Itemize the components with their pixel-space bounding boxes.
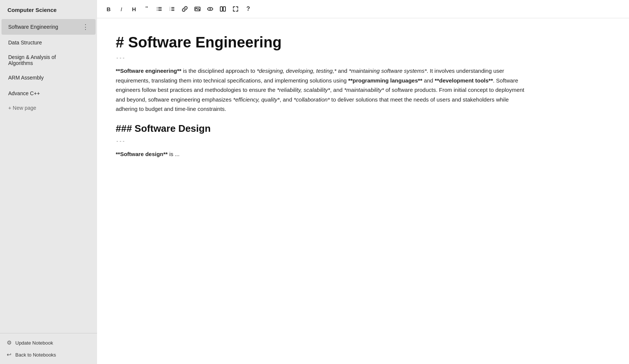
bold-software-engineering: **Software engineering** — [116, 68, 181, 74]
update-notebook-label: Update Notebook — [15, 340, 53, 346]
sidebar-item-label-software-engineering: Software Engineering — [8, 24, 81, 30]
help-button[interactable]: ? — [243, 4, 254, 14]
svg-point-5 — [157, 10, 158, 11]
sidebar-nav: Software Engineering⋮Data Structure⋮Desi… — [0, 19, 97, 333]
sidebar: Computer Science Software Engineering⋮Da… — [0, 0, 97, 364]
section-paragraph: **Software design** is ... — [116, 149, 610, 159]
svg-point-3 — [157, 7, 158, 8]
image-icon — [194, 6, 200, 12]
unordered-list-button[interactable] — [154, 4, 165, 14]
section-heading: ### Software Design — [116, 123, 610, 134]
sidebar-footer: ⚙ Update Notebook ↩ Back to Notebooks — [0, 333, 97, 364]
columns-button[interactable] — [217, 4, 228, 14]
link-icon — [182, 6, 188, 12]
sidebar-item-software-engineering[interactable]: Software Engineering⋮ — [1, 19, 96, 35]
title-hr: --- — [116, 55, 610, 61]
section-heading-text: ### Software Design — [116, 123, 211, 134]
back-to-notebooks-label: Back to Notebooks — [15, 352, 56, 358]
bold-software-design: **Software design** — [116, 151, 168, 157]
fullscreen-icon — [233, 6, 239, 12]
sidebar-item-arm-assembly[interactable]: ARM Assembly⋮ — [1, 70, 96, 85]
svg-rect-16 — [220, 7, 222, 11]
sidebar-item-data-structure[interactable]: Data Structure⋮ — [1, 35, 96, 50]
back-to-notebooks-button[interactable]: ↩ Back to Notebooks — [6, 350, 91, 360]
new-page-button[interactable]: + New page — [1, 101, 96, 115]
update-notebook-button[interactable]: ⚙ Update Notebook — [6, 338, 91, 348]
ordered-list-button[interactable]: 1.2.3. — [166, 4, 178, 14]
italic-maintaining: *maintaining software systems* — [349, 68, 427, 74]
page-title-text: # Software Engineering — [116, 34, 282, 50]
back-icon: ↩ — [7, 351, 12, 358]
main-area: B I H " 1.2.3. ? # Software Engineering — [97, 0, 629, 364]
svg-point-13 — [196, 8, 197, 9]
eye-icon — [207, 6, 213, 12]
sidebar-item-advance-cpp[interactable]: Advance C++⋮ — [1, 85, 96, 101]
sidebar-item-menu-software-engineering[interactable]: ⋮ — [81, 23, 90, 31]
sidebar-title: Computer Science — [0, 0, 97, 19]
sidebar-item-label-data-structure: Data Structure — [8, 40, 81, 46]
bold-development-tools: **development tools** — [435, 77, 493, 84]
unordered-list-icon — [156, 6, 162, 12]
sidebar-item-label-design-analysis: Design & Analysis of Algorithms — [8, 54, 81, 66]
italic-button[interactable]: I — [116, 4, 127, 14]
heading-button[interactable]: H — [128, 4, 140, 14]
image-button[interactable] — [192, 4, 203, 14]
italic-reliability: *reliability, scalability* — [277, 87, 330, 93]
gear-icon: ⚙ — [7, 339, 12, 346]
italic-collaboration: *collaboration* — [294, 96, 330, 103]
svg-point-4 — [157, 9, 158, 9]
main-paragraph: **Software engineering** is the discipli… — [116, 66, 526, 114]
bold-programming-languages: **programming languages** — [348, 77, 422, 84]
italic-efficiency: *efficiency, quality* — [233, 96, 280, 103]
italic-designing: *designing, developing, testing,* — [257, 68, 337, 74]
svg-rect-17 — [223, 7, 225, 11]
columns-icon — [220, 6, 226, 12]
italic-maintainability: *maintainability* — [344, 87, 384, 93]
bold-button[interactable]: B — [103, 4, 114, 14]
fullscreen-button[interactable] — [230, 4, 241, 14]
ordered-list-icon: 1.2.3. — [169, 6, 175, 12]
sidebar-item-label-advance-cpp: Advance C++ — [8, 90, 81, 96]
preview-button[interactable] — [205, 4, 216, 14]
blockquote-button[interactable]: " — [141, 4, 152, 14]
sidebar-item-design-analysis[interactable]: Design & Analysis of Algorithms⋮ — [1, 50, 96, 70]
svg-point-15 — [209, 8, 211, 10]
content-area: # Software Engineering --- **Software en… — [97, 18, 629, 364]
svg-text:3.: 3. — [169, 9, 171, 11]
new-page-label: + New page — [8, 105, 36, 111]
toolbar: B I H " 1.2.3. ? — [97, 0, 629, 18]
section-hr: --- — [116, 138, 610, 144]
sidebar-item-label-arm-assembly: ARM Assembly — [8, 75, 81, 81]
page-title: # Software Engineering — [116, 33, 610, 51]
link-button[interactable] — [179, 4, 190, 14]
